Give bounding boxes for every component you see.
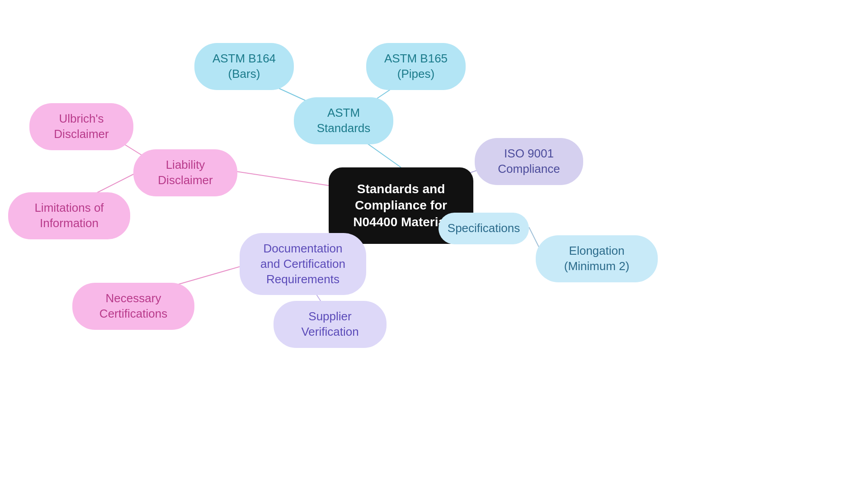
specifications-node: Specifications [439, 213, 529, 244]
necessary-certifications-node: Necessary Certifications [72, 283, 194, 330]
liability-disclaimer-node: Liability Disclaimer [133, 149, 237, 196]
elongation-node: Elongation (Minimum 2) [536, 235, 658, 282]
iso-compliance-node: ISO 9001 Compliance [475, 138, 583, 185]
limitations-node: Limitations of Information [8, 192, 130, 239]
astm-standards-node: ASTM Standards [294, 97, 393, 144]
ulbrichs-disclaimer-node: Ulbrich's Disclaimer [29, 103, 133, 150]
supplier-verification-node: Supplier Verification [274, 301, 387, 348]
astm-b164-node: ASTM B164 (Bars) [194, 43, 294, 90]
doc-cert-node: Documentation and Certification Requirem… [240, 233, 366, 295]
astm-b165-node: ASTM B165 (Pipes) [366, 43, 466, 90]
